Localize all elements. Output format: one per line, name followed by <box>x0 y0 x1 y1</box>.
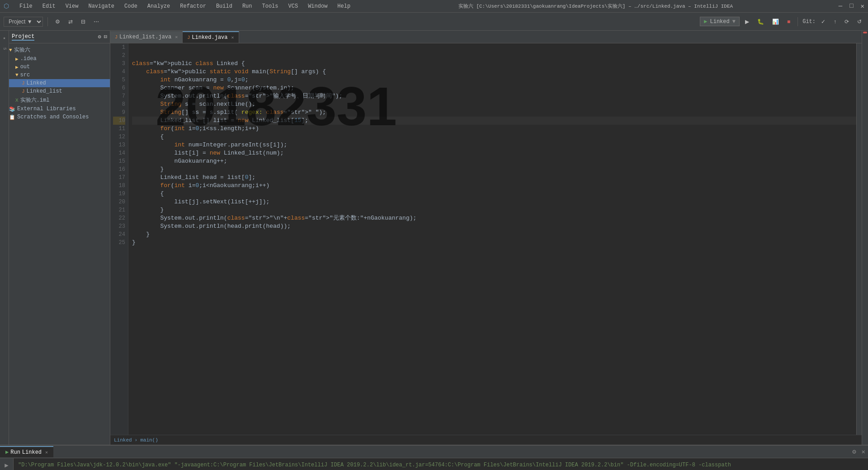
run-restart-btn[interactable]: ▶ <box>2 460 12 470</box>
menu-item-build[interactable]: Build <box>214 2 235 10</box>
panel-settings-btn[interactable]: ⚙ <box>98 33 101 40</box>
main-area: ★ S Project ⚙ ⊟ ▼实验六▶.idea▶out▼srcJLinke… <box>0 31 868 445</box>
code-line-6[interactable]: Scanner scan = new Scanner(System.in); <box>132 84 856 92</box>
code-line-25[interactable]: } <box>132 239 856 247</box>
tree-label: 实验六 <box>14 46 30 54</box>
titlebar-controls[interactable]: — □ ✕ <box>839 2 864 10</box>
line-num-3: 3 <box>113 60 125 68</box>
code-line-16[interactable]: } <box>132 165 856 174</box>
maximize-button[interactable]: □ <box>849 2 853 10</box>
code-line-12[interactable]: { <box>132 133 856 141</box>
run-panel-close[interactable]: ✕ <box>859 447 868 456</box>
tab-linked-list-java[interactable]: J Linked_list.java ✕ <box>110 31 183 43</box>
toolbar-settings-btn[interactable]: ⚙ <box>52 15 63 28</box>
tree-label: .idea <box>20 56 37 62</box>
stop-button[interactable]: ■ <box>784 15 793 28</box>
menu-item-run[interactable]: Run <box>240 2 255 10</box>
menu-item-vcs[interactable]: VCS <box>286 2 301 10</box>
code-editor[interactable]: 1234567891011121314151617181920212223242… <box>110 43 862 435</box>
favorites-icon[interactable]: ★ <box>1 34 8 42</box>
code-line-3[interactable]: class="kw">public class Linked { <box>132 60 856 68</box>
close-button[interactable]: ✕ <box>861 2 864 10</box>
code-line-24[interactable]: } <box>132 230 856 239</box>
run-tab-close[interactable]: ✕ <box>45 450 48 455</box>
line-num-14: 14 <box>113 149 125 157</box>
tab-linked-java[interactable]: J Linked.java ✕ <box>183 31 239 43</box>
run-panel-settings[interactable]: ⚙ <box>849 447 859 456</box>
line-numbers: 1234567891011121314151617181920212223242… <box>110 43 128 435</box>
right-gutter[interactable] <box>856 43 862 435</box>
menu-item-help[interactable]: Help <box>335 2 353 10</box>
menu-item-navigate[interactable]: Navigate <box>86 2 117 10</box>
run-tab-label: Run <box>10 449 20 456</box>
menu-item-file[interactable]: File <box>17 2 35 10</box>
code-line-13[interactable]: int num=Integer.parseInt(ss[i]); <box>132 141 856 149</box>
tree-item-linked_list[interactable]: JLinked_list <box>9 87 110 95</box>
toolbar-more-btn[interactable]: ⋯ <box>91 15 102 28</box>
run-content: ▶ ■ ↓ ⊘ ⊞ ⚙ ⤢ "D:\Program Files\Java\jdk… <box>0 458 868 470</box>
code-line-14[interactable]: list[i] = new Linked_list(num); <box>132 149 856 157</box>
structure-icon[interactable]: S <box>1 45 8 52</box>
menu-item-window[interactable]: Window <box>306 2 330 10</box>
tab-close-linked[interactable]: ✕ <box>231 35 234 40</box>
tab-close-linked-list[interactable]: ✕ <box>175 34 178 40</box>
code-line-20[interactable]: list[j].setNext(list[++j]); <box>132 198 856 206</box>
menu-item-view[interactable]: View <box>63 2 81 10</box>
tree-item-实验六[interactable]: ▼实验六 <box>9 45 110 55</box>
titlebar: ⬡FileEditViewNavigateCodeAnalyzeRefactor… <box>0 0 868 13</box>
code-line-19[interactable]: { <box>132 190 856 198</box>
code-line-1[interactable] <box>132 43 856 52</box>
code-line-21[interactable]: } <box>132 206 856 214</box>
tree-item-.idea[interactable]: ▶.idea <box>9 55 110 63</box>
code-line-22[interactable]: System.out.println(class="str">"\n"+clas… <box>132 214 856 222</box>
tree-item-linked[interactable]: JLinked <box>9 79 110 87</box>
project-panel: Project ⚙ ⊟ ▼实验六▶.idea▶out▼srcJLinkedJLi… <box>9 31 110 445</box>
project-dropdown[interactable]: Project ▼ <box>4 17 43 27</box>
code-content[interactable]: 20182331 class="kw">public class Linked … <box>128 43 856 435</box>
tree-item-实验六.iml[interactable]: X实验六.iml <box>9 95 110 105</box>
run-config-arrow[interactable]: ▼ <box>732 19 736 25</box>
tree-item-src[interactable]: ▼src <box>9 71 110 79</box>
line-num-2: 2 <box>113 52 125 60</box>
code-line-23[interactable]: System.out.println(head.print(head)); <box>132 222 856 230</box>
breadcrumb-method[interactable]: main() <box>140 437 158 443</box>
code-line-9[interactable]: String[] ss = s.split( regex: class="str… <box>132 108 856 117</box>
toolbar-collapse-btn[interactable]: ⊟ <box>78 15 88 28</box>
panel-layout-btn[interactable]: ⊟ <box>104 33 107 40</box>
menu-item-refactor[interactable]: Refactor <box>178 2 208 10</box>
code-line-2[interactable] <box>132 52 856 60</box>
code-line-4[interactable]: class="kw">public static void main(Strin… <box>132 68 856 76</box>
git-push-btn[interactable]: ↑ <box>831 15 839 28</box>
tree-item-scratches-and-consoles[interactable]: 📋Scratches and Consoles <box>9 113 110 121</box>
code-line-18[interactable]: for(int i=0;i<nGaokuanrang;i++) <box>132 182 856 190</box>
code-line-7[interactable]: System.out.println(class="str">"输入学号、日期与… <box>132 92 856 100</box>
code-line-10[interactable]: Linked_list [] list = new Linked_list[15… <box>132 117 856 125</box>
code-line-5[interactable]: int nGaokuanrang = 0,j=0; <box>132 76 856 84</box>
minimize-button[interactable]: — <box>839 2 842 10</box>
tree-item-out[interactable]: ▶out <box>9 63 110 71</box>
run-coverage-button[interactable]: 📊 <box>769 15 782 28</box>
menu-item-code[interactable]: Code <box>122 2 140 10</box>
code-line-15[interactable]: nGaokuanrang++; <box>132 157 856 165</box>
line-num-5: 5 <box>113 76 125 84</box>
toolbar-sync-btn[interactable]: ⇄ <box>66 15 75 28</box>
code-line-11[interactable]: for(int i=0;i<ss.length;i++) <box>132 125 856 133</box>
line-num-10: 10 <box>113 117 125 125</box>
code-line-17[interactable]: Linked_list head = list[0]; <box>132 174 856 182</box>
menu-item-edit[interactable]: Edit <box>40 2 58 10</box>
toolbar: Project ▼ ⚙ ⇄ ⊟ ⋯ ▶ Linked ▼ ▶ 🐛 📊 ■ Git… <box>0 13 868 31</box>
breadcrumb-class[interactable]: Linked <box>114 437 132 443</box>
tab-label-linked-list: Linked_list.java <box>119 34 171 40</box>
debug-button[interactable]: 🐛 <box>755 15 767 28</box>
git-rollback-btn[interactable]: ↺ <box>854 15 864 28</box>
run-button[interactable]: ▶ <box>742 15 752 28</box>
line-num-21: 21 <box>113 206 125 214</box>
panel-tab-project[interactable]: Project <box>12 33 34 41</box>
run-tab-run[interactable]: ▶ Run Linked ✕ <box>0 446 53 457</box>
menu-item-tools[interactable]: Tools <box>260 2 281 10</box>
git-history-btn[interactable]: ⟳ <box>842 15 852 28</box>
tree-item-external-libraries[interactable]: 📚External Libraries <box>9 105 110 113</box>
menu-item-analyze[interactable]: Analyze <box>145 2 172 10</box>
git-update-btn[interactable]: ✓ <box>818 15 828 28</box>
code-line-8[interactable]: String s = scan.nextLine(); <box>132 100 856 108</box>
